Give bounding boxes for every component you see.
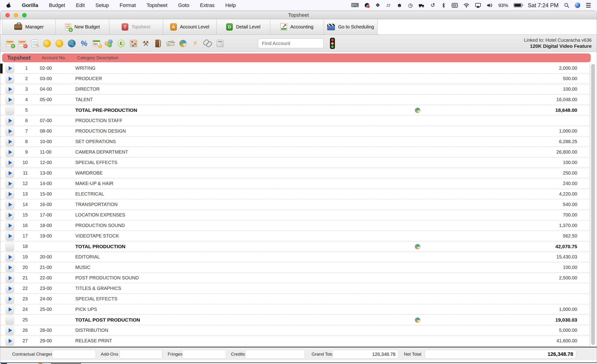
delete-account-icon[interactable]: − bbox=[18, 38, 27, 49]
expand-account-button[interactable] bbox=[5, 231, 14, 241]
tab-new-budget[interactable]: +New Budget bbox=[56, 19, 109, 34]
expand-account-button[interactable] bbox=[5, 221, 14, 230]
expand-account-button[interactable] bbox=[5, 210, 14, 220]
table-row[interactable]: 9 11-00 CAMERA DEPARTMENT 26,800.00 bbox=[0, 147, 591, 157]
pie-chart-icon[interactable] bbox=[414, 107, 421, 114]
barcode-icon[interactable] bbox=[452, 2, 458, 9]
table-row[interactable]: 12 14-00 MAKE-UP & HAIR 240.00 bbox=[0, 178, 591, 189]
expand-account-button[interactable] bbox=[5, 326, 14, 335]
menu-goto[interactable]: Goto bbox=[178, 2, 189, 8]
tab-account-level[interactable]: AAccount Level bbox=[163, 19, 217, 34]
table-row[interactable]: 15 17-00 LOCATION EXPENSES 700.00 bbox=[0, 210, 591, 220]
traffic-light-icon[interactable] bbox=[330, 38, 335, 49]
cash-icon[interactable] bbox=[166, 38, 175, 49]
credits-field[interactable] bbox=[245, 350, 305, 359]
airplay-icon[interactable] bbox=[475, 2, 481, 9]
table-row[interactable]: 3 04-00 DIRECTOR 100.00 bbox=[0, 84, 591, 95]
move-down-icon[interactable]: ↓ bbox=[55, 38, 64, 49]
menu-topsheet[interactable]: Topsheet bbox=[147, 2, 167, 8]
table-row[interactable]: 11 13-00 WARDROBE 250.00 bbox=[0, 168, 591, 178]
groups-icon[interactable] bbox=[104, 38, 113, 49]
lightning-icon[interactable]: ⚡ bbox=[191, 38, 200, 49]
dropbox-icon[interactable]: ❖ bbox=[375, 2, 380, 9]
expand-account-button[interactable] bbox=[5, 273, 14, 283]
menu-help[interactable]: Help bbox=[225, 2, 236, 8]
printer-icon[interactable] bbox=[215, 38, 224, 49]
vertical-scrollbar[interactable] bbox=[590, 63, 596, 347]
menu-format[interactable]: Format bbox=[120, 2, 136, 8]
plugin-icon[interactable]: ⌭ bbox=[386, 2, 391, 9]
expand-account-button[interactable] bbox=[5, 158, 14, 167]
expand-account-button[interactable] bbox=[5, 294, 14, 304]
pie-chart-icon[interactable] bbox=[178, 38, 187, 49]
globe-icon[interactable] bbox=[67, 38, 76, 49]
moon-face-icon[interactable]: ☻ bbox=[397, 2, 402, 9]
locations-map-icon[interactable] bbox=[129, 38, 138, 49]
table-row[interactable]: 16 18-00 PRODUCTION SOUND 1,370.00 bbox=[0, 220, 591, 231]
time-machine-icon[interactable]: ↺ bbox=[430, 2, 435, 9]
tab-topsheet[interactable]: TTopsheet bbox=[109, 19, 163, 34]
ledger-icon[interactable] bbox=[154, 38, 163, 49]
spotlight-icon[interactable] bbox=[564, 2, 569, 9]
zoom-button[interactable] bbox=[22, 13, 27, 17]
table-row[interactable]: 1 02-00 WRITING 2,000.00 bbox=[0, 63, 591, 74]
unlink-icon[interactable] bbox=[203, 38, 212, 49]
table-row[interactable]: 18 TOTAL PRODUCTION 42,070.75 bbox=[0, 241, 591, 252]
table-row[interactable]: 10 12-00 SPECIAL EFFECTS 100.00 bbox=[0, 157, 591, 168]
truck-icon[interactable] bbox=[419, 2, 425, 9]
expand-account-button[interactable] bbox=[5, 137, 14, 146]
expand-account-button[interactable] bbox=[5, 95, 14, 104]
expand-account-button[interactable] bbox=[5, 200, 14, 209]
table-row[interactable]: 2 03-00 PRODUCER 500.00 bbox=[0, 74, 591, 84]
expand-account-button[interactable] bbox=[5, 85, 14, 94]
add-ons-field[interactable] bbox=[119, 350, 162, 359]
menu-gorilla[interactable]: Gorilla bbox=[22, 2, 38, 8]
table-row[interactable]: 21 22-00 POST PRODUCTION SOUND 2,500.00 bbox=[0, 273, 591, 283]
expand-account-button[interactable] bbox=[5, 263, 14, 272]
column-header-category[interactable]: Category Description bbox=[77, 55, 118, 60]
add-account-icon[interactable]: + bbox=[5, 38, 14, 49]
bluetooth-icon[interactable] bbox=[441, 2, 446, 9]
apple-menu-icon[interactable] bbox=[6, 2, 11, 9]
euro-icon[interactable]: € bbox=[117, 38, 126, 49]
menu-setup[interactable]: Setup bbox=[95, 2, 109, 8]
table-row[interactable]: 4 05-00 TALENT 16,048.00 bbox=[0, 95, 591, 105]
scrollbar-thumb[interactable] bbox=[591, 64, 595, 345]
contractual-charges-field[interactable] bbox=[52, 350, 96, 359]
expand-account-button[interactable] bbox=[5, 64, 14, 73]
percentage-icon[interactable]: % bbox=[79, 38, 88, 49]
expand-account-button[interactable] bbox=[5, 116, 14, 125]
tab-go-to-scheduling[interactable]: Go to Scheduling bbox=[324, 19, 377, 34]
tab-manager[interactable]: Manager bbox=[2, 19, 56, 34]
table-row[interactable]: 6 07-00 PRODUCTION STAFF bbox=[0, 116, 591, 126]
wifi-icon[interactable] bbox=[463, 2, 470, 9]
pie-chart-icon[interactable] bbox=[414, 243, 421, 250]
title-bar[interactable]: Topsheet bbox=[0, 11, 597, 19]
keyboard-icon[interactable]: ⌨ bbox=[351, 2, 359, 9]
payday-calendar-icon[interactable] bbox=[92, 38, 101, 49]
notes-icon[interactable] bbox=[30, 38, 39, 49]
table-row[interactable]: 19 20-00 EDITORIAL 15,430.03 bbox=[0, 252, 591, 262]
table-row[interactable]: 23 24-00 SPECIAL EFFECTS bbox=[0, 294, 591, 304]
tab-accounting[interactable]: Accounting bbox=[270, 19, 324, 34]
volume-icon[interactable] bbox=[487, 2, 493, 9]
menu-edit[interactable]: Edit bbox=[76, 2, 85, 8]
expand-account-button[interactable] bbox=[5, 147, 14, 157]
menu-budget[interactable]: Budget bbox=[49, 2, 65, 8]
expand-account-button[interactable] bbox=[5, 305, 14, 314]
table-row[interactable]: 8 10-00 SET OPERATIONS 6,288.25 bbox=[0, 137, 591, 147]
expand-account-button[interactable] bbox=[5, 284, 14, 293]
table-row[interactable]: 7 08-00 PRODUCTION DESIGN 1,000.00 bbox=[0, 126, 591, 137]
screen-record-icon[interactable] bbox=[364, 2, 370, 9]
column-header-account-no[interactable]: Account No. bbox=[42, 55, 66, 60]
expand-account-button[interactable] bbox=[5, 336, 14, 346]
table-row[interactable]: 17 19-00 VIDEOTAPE STOCK 562.50 bbox=[0, 231, 591, 241]
pie-chart-icon[interactable] bbox=[414, 317, 421, 323]
move-up-icon[interactable]: ↑ bbox=[42, 38, 51, 49]
menu-extras[interactable]: Extras bbox=[200, 2, 215, 8]
expand-account-button[interactable] bbox=[5, 126, 14, 136]
minimize-button[interactable] bbox=[14, 13, 18, 17]
table-row[interactable]: 27 29-00 RELEASE PRINT 41,600.00 bbox=[0, 336, 591, 346]
expand-account-button[interactable] bbox=[5, 252, 14, 262]
expand-account-button[interactable] bbox=[5, 189, 14, 199]
